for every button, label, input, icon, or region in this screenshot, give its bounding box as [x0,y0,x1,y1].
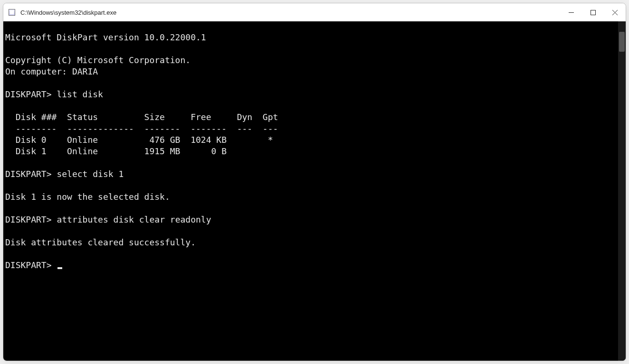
cmd-clear-readonly: attributes disk clear readonly [57,215,211,224]
terminal-output[interactable]: Microsoft DiskPart version 10.0.22000.1 … [3,21,618,361]
table-row: Disk 0 Online 476 GB 1024 KB * [5,135,273,145]
minimize-button[interactable] [560,3,582,21]
msg-selected: Disk 1 is now the selected disk. [5,192,170,202]
version-line: Microsoft DiskPart version 10.0.22000.1 [5,32,206,42]
cmd-select-disk: select disk 1 [57,169,124,179]
computer-line: On computer: DARIA [5,66,98,76]
prompt: DISKPART> [5,260,52,270]
app-icon [8,9,16,16]
table-header: Disk ### Status Size Free Dyn Gpt [5,112,278,122]
table-divider: -------- ------------- ------- ------- -… [5,123,278,133]
msg-cleared: Disk attributes cleared successfully. [5,237,196,247]
maximize-button[interactable] [582,3,604,21]
prompt: DISKPART> [5,215,52,224]
text-cursor [57,267,62,269]
table-row: Disk 1 Online 1915 MB 0 B [5,146,227,156]
vertical-scrollbar[interactable] [618,21,626,361]
close-button[interactable] [604,3,626,21]
window-title: C:\Windows\system32\diskpart.exe [20,9,116,16]
prompt: DISKPART> [5,89,52,99]
cmd-list-disk: list disk [57,89,103,99]
scrollbar-thumb[interactable] [619,32,625,52]
client-area: Microsoft DiskPart version 10.0.22000.1 … [3,21,626,361]
copyright-line: Copyright (C) Microsoft Corporation. [5,55,191,65]
titlebar[interactable]: C:\Windows\system32\diskpart.exe [3,3,626,21]
svg-rect-1 [591,10,595,15]
console-window: C:\Windows\system32\diskpart.exe Microso… [3,3,626,361]
prompt: DISKPART> [5,169,52,179]
